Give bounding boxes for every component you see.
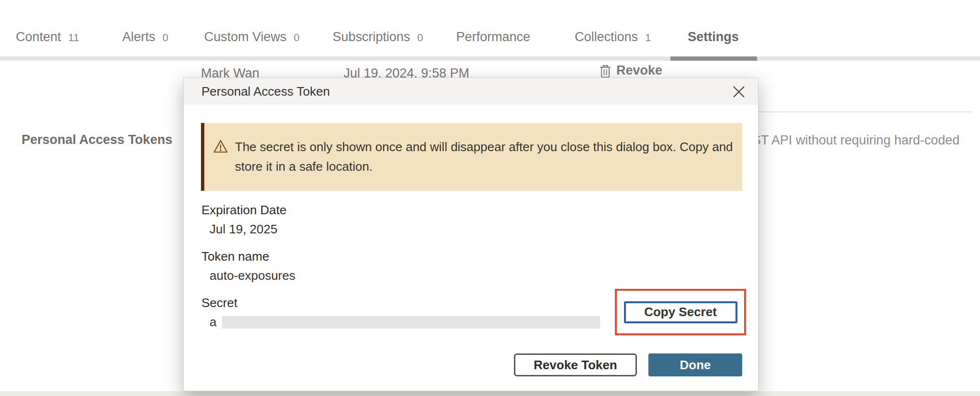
close-icon — [732, 85, 746, 99]
warning-message: The secret is only shown once and will d… — [235, 137, 736, 176]
secret-visible-char: a — [210, 314, 216, 330]
dialog-footer: Revoke Token Done — [514, 353, 742, 376]
page: Content 11 Alerts 0 Custom Views 0 Subsc… — [0, 0, 980, 396]
personal-access-token-dialog: Personal Access Token The secret is only — [183, 77, 758, 391]
field-expiration-date: Expiration Date Jul 19, 2025 — [201, 202, 742, 237]
secret-masked-bar — [222, 316, 600, 329]
warning-banner: The secret is only shown once and will d… — [201, 123, 742, 191]
dialog-title: Personal Access Token — [184, 78, 758, 105]
warning-icon-box — [213, 139, 228, 176]
field-token-name: Token name auto-exposures — [201, 249, 742, 284]
field-value: Jul 19, 2025 — [210, 221, 742, 237]
field-value: auto-exposures — [210, 268, 742, 284]
close-button[interactable] — [731, 84, 746, 99]
dialog-header: Personal Access Token — [184, 78, 758, 105]
copy-secret-button[interactable]: Copy Secret — [624, 301, 737, 323]
done-button[interactable]: Done — [648, 353, 742, 376]
warning-icon — [213, 139, 228, 154]
field-label: Expiration Date — [201, 202, 742, 218]
annotation-highlight-box: Copy Secret — [615, 289, 746, 335]
field-label: Token name — [201, 249, 742, 264]
revoke-token-button[interactable]: Revoke Token — [514, 353, 637, 376]
